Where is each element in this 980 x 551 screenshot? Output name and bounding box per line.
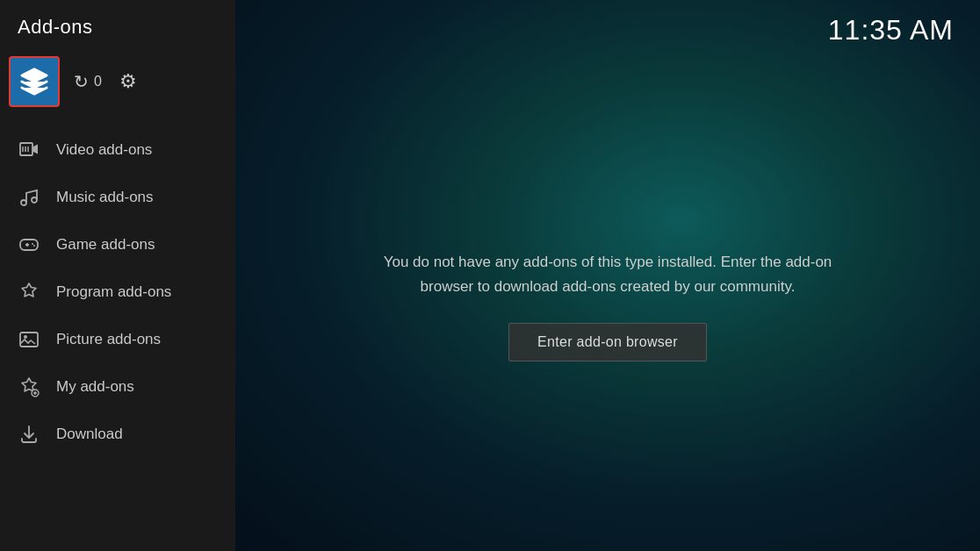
svg-rect-0 <box>20 143 32 155</box>
center-content: You do not have any add-ons of this type… <box>235 61 980 551</box>
svg-point-5 <box>32 197 37 203</box>
sidebar-item-my-addons[interactable]: My add-ons <box>0 363 235 411</box>
sidebar-item-label: Video add-ons <box>56 141 152 159</box>
sidebar-item-video-addons[interactable]: Video add-ons <box>0 126 235 174</box>
refresh-icon: ↻ <box>74 71 89 92</box>
sidebar-item-label: Download <box>56 426 123 443</box>
svg-point-9 <box>32 243 33 245</box>
sidebar-item-label: Game add-ons <box>56 236 155 254</box>
top-icons-row: ↻ 0 ⚙ <box>0 49 235 121</box>
clock: 11:35 AM <box>828 14 954 47</box>
sidebar-title: Add-ons <box>0 0 235 49</box>
top-bar: 11:35 AM <box>235 0 980 61</box>
picture-icon <box>18 328 40 351</box>
box-icon <box>19 67 49 97</box>
refresh-count: 0 <box>94 74 102 89</box>
video-icon <box>18 139 40 161</box>
sidebar-item-picture-addons[interactable]: Picture add-ons <box>0 316 235 363</box>
svg-point-12 <box>24 335 27 339</box>
sidebar: Add-ons ↻ 0 ⚙ Video add-ons <box>0 0 235 551</box>
settings-icon[interactable]: ⚙ <box>119 70 137 93</box>
sidebar-nav: Video add-ons Music add-ons Game add-ons… <box>0 126 235 458</box>
main-content: 11:35 AM You do not have any add-ons of … <box>235 0 980 551</box>
sidebar-item-program-addons[interactable]: Program add-ons <box>0 268 235 316</box>
enter-addon-browser-button[interactable]: Enter add-on browser <box>508 323 707 361</box>
game-icon <box>18 233 40 256</box>
sidebar-item-download[interactable]: Download <box>0 411 235 458</box>
download-icon <box>18 423 40 446</box>
empty-message: You do not have any add-ons of this type… <box>362 250 854 297</box>
sidebar-item-label: My add-ons <box>56 378 134 396</box>
sidebar-item-music-addons[interactable]: Music add-ons <box>0 174 235 221</box>
sidebar-item-label: Picture add-ons <box>56 331 161 348</box>
program-icon <box>18 281 40 304</box>
sidebar-item-label: Program add-ons <box>56 283 171 301</box>
sidebar-item-game-addons[interactable]: Game add-ons <box>0 221 235 268</box>
svg-rect-11 <box>20 333 38 347</box>
addon-icon-button[interactable] <box>9 56 60 107</box>
refresh-button[interactable]: ↻ 0 <box>74 71 102 92</box>
music-icon <box>18 186 40 209</box>
sidebar-item-label: Music add-ons <box>56 189 154 206</box>
my-addons-icon <box>18 376 40 398</box>
svg-point-10 <box>33 245 35 247</box>
